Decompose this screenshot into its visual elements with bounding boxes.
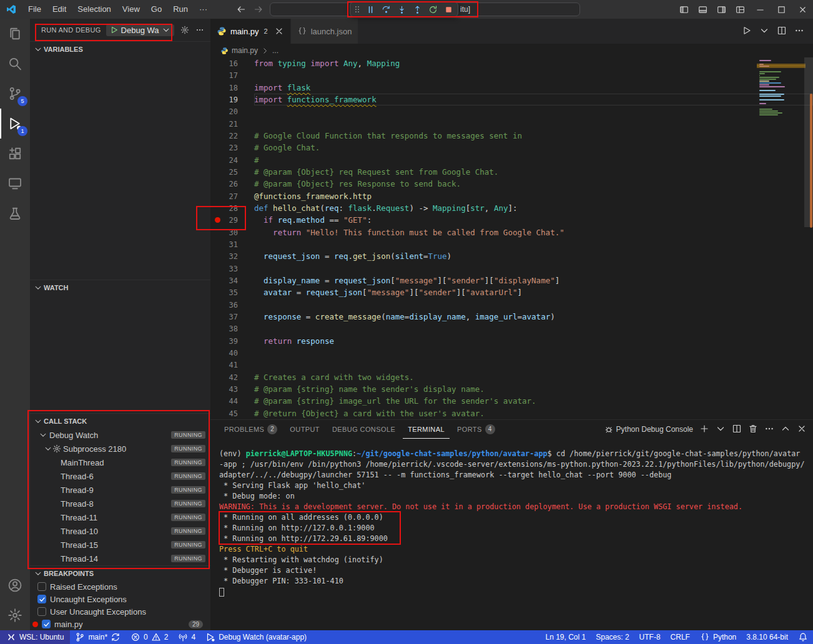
gutter-line[interactable]: 30 bbox=[210, 227, 239, 238]
tab-main.py[interactable]: main.py2 bbox=[210, 19, 291, 44]
panel-tab-debug-console[interactable]: DEBUG CONSOLE bbox=[327, 420, 400, 439]
gutter-line[interactable]: 34 bbox=[210, 275, 239, 286]
activity-explorer[interactable] bbox=[0, 19, 30, 49]
close-window-button[interactable] bbox=[792, 0, 813, 19]
code-line-33[interactable] bbox=[254, 263, 813, 275]
activity-accounts[interactable] bbox=[0, 570, 30, 600]
toggle-primary-sidebar-button[interactable] bbox=[674, 0, 693, 19]
breakpoint-checkbox[interactable] bbox=[37, 595, 46, 603]
status-language[interactable]: Python bbox=[695, 630, 741, 644]
gutter-line[interactable]: 19 bbox=[210, 94, 239, 105]
code-line-18[interactable]: import flask bbox=[254, 82, 813, 94]
split-terminal-button[interactable] bbox=[732, 424, 742, 436]
status-interpreter[interactable]: 3.8.10 64-bit bbox=[741, 630, 793, 644]
code-line-40[interactable] bbox=[254, 347, 813, 359]
status-debug-session[interactable]: Debug Watch (avatar-app) bbox=[200, 630, 312, 644]
code-line-23[interactable]: # Google Chat. bbox=[254, 142, 813, 154]
step-over-button[interactable] bbox=[378, 2, 393, 16]
start-debugging-icon[interactable] bbox=[110, 26, 119, 34]
go-forward-icon[interactable] bbox=[254, 4, 264, 14]
minimap[interactable] bbox=[759, 60, 803, 116]
code-line-25[interactable]: # @param {Object} req Request sent from … bbox=[254, 166, 813, 178]
gutter-line[interactable]: 28 bbox=[210, 202, 239, 214]
call-stack-item[interactable]: Thread-9RUNNING bbox=[30, 483, 210, 497]
breakpoint-item[interactable]: Uncaught Exceptions bbox=[30, 593, 210, 605]
code-line-41[interactable] bbox=[254, 359, 813, 371]
code-line-19[interactable]: import functions_framework bbox=[254, 94, 813, 105]
activity-source-control[interactable]: 5 bbox=[0, 79, 30, 109]
go-back-icon[interactable] bbox=[236, 4, 246, 14]
call-stack-item[interactable]: Thread-10RUNNING bbox=[30, 524, 210, 538]
menu-more[interactable]: ··· bbox=[194, 0, 213, 19]
gutter-line[interactable]: 38 bbox=[210, 323, 239, 334]
code-line-38[interactable] bbox=[254, 323, 813, 334]
panel-more-button[interactable] bbox=[764, 424, 774, 436]
gutter-line[interactable]: 45 bbox=[210, 407, 239, 419]
gutter-line[interactable]: 21 bbox=[210, 118, 239, 130]
gutter-line[interactable]: 39 bbox=[210, 335, 239, 347]
breadcrumb-symbol[interactable]: ... bbox=[272, 46, 278, 55]
code-line-36[interactable] bbox=[254, 299, 813, 311]
code-editor[interactable]: 1617181920212223242526272829303132333435… bbox=[210, 57, 813, 419]
maximize-button[interactable] bbox=[771, 0, 792, 19]
editor-scrollbar[interactable] bbox=[804, 57, 813, 419]
toggle-panel-button[interactable] bbox=[693, 0, 712, 19]
call-stack-item[interactable]: Debug WatchRUNNING bbox=[30, 428, 210, 442]
call-stack-section-header[interactable]: CALL STACK bbox=[30, 413, 210, 428]
code-line-39[interactable]: return response bbox=[254, 335, 813, 347]
activity-extensions[interactable] bbox=[0, 139, 30, 168]
minimize-button[interactable] bbox=[749, 0, 771, 19]
call-stack-item[interactable]: Thread-6RUNNING bbox=[30, 469, 210, 483]
panel-tab-problems[interactable]: PROBLEMS2 bbox=[219, 420, 282, 439]
kill-terminal-button[interactable] bbox=[748, 424, 758, 436]
split-editor-button[interactable] bbox=[777, 26, 787, 37]
terminal-select[interactable]: Python Debug Console bbox=[604, 425, 693, 434]
activity-remote-explorer[interactable] bbox=[0, 168, 30, 198]
activity-testing[interactable] bbox=[0, 198, 30, 228]
call-stack-item[interactable]: Thread-8RUNNING bbox=[30, 497, 210, 510]
close-panel-button[interactable] bbox=[797, 424, 807, 436]
step-into-button[interactable] bbox=[394, 2, 409, 16]
code-line-21[interactable] bbox=[254, 118, 813, 130]
status-branch[interactable]: main* bbox=[70, 630, 126, 644]
gutter-line[interactable]: 29 bbox=[210, 214, 239, 226]
gutter-line[interactable]: 43 bbox=[210, 383, 239, 395]
gutter-line[interactable]: 44 bbox=[210, 395, 239, 407]
maximize-panel-button[interactable] bbox=[781, 424, 791, 436]
gutter-line[interactable]: 24 bbox=[210, 154, 239, 166]
panel-tab-output[interactable]: OUTPUT bbox=[285, 420, 325, 439]
panel-tab-ports[interactable]: PORTS4 bbox=[452, 420, 500, 439]
gutter-line[interactable]: 32 bbox=[210, 250, 239, 262]
menu-file[interactable]: File bbox=[22, 0, 47, 19]
gutter-line[interactable]: 36 bbox=[210, 299, 239, 311]
run-python-file-button[interactable] bbox=[742, 26, 752, 37]
variables-body[interactable] bbox=[30, 56, 210, 280]
launch-profile-button[interactable] bbox=[716, 424, 726, 436]
code-line-45[interactable]: # @return {Object} a card with the user'… bbox=[254, 407, 813, 419]
menu-selection[interactable]: Selection bbox=[72, 0, 116, 19]
activity-settings[interactable] bbox=[0, 600, 30, 630]
panel-tab-terminal[interactable]: TERMINAL bbox=[403, 420, 450, 439]
code-line-28[interactable]: def hello_chat(req: flask.Request) -> Ma… bbox=[254, 202, 813, 214]
close-icon[interactable] bbox=[274, 26, 284, 36]
status-ports[interactable]: 4 bbox=[173, 630, 200, 644]
gutter-line[interactable]: 40 bbox=[210, 347, 239, 359]
status-cursor-position[interactable]: Ln 19, Col 1 bbox=[540, 630, 591, 644]
gutter-line[interactable]: 42 bbox=[210, 371, 239, 383]
code-line-43[interactable]: # @param {string} name the sender's disp… bbox=[254, 383, 813, 395]
new-terminal-button[interactable] bbox=[699, 424, 709, 436]
gutter-line[interactable]: 18 bbox=[210, 82, 239, 94]
editor-more-button[interactable] bbox=[794, 26, 804, 37]
breakpoint-item[interactable]: Raised Exceptions bbox=[30, 580, 210, 593]
activity-search[interactable] bbox=[0, 49, 30, 79]
menu-go[interactable]: Go bbox=[145, 0, 167, 19]
menu-edit[interactable]: Edit bbox=[47, 0, 72, 19]
breakpoint-checkbox[interactable] bbox=[37, 607, 46, 616]
gutter-line[interactable]: 20 bbox=[210, 105, 239, 117]
status-notifications[interactable] bbox=[793, 630, 813, 644]
call-stack-item[interactable]: Thread-15RUNNING bbox=[30, 538, 210, 552]
code-line-37[interactable]: response = create_message(name=display_n… bbox=[254, 311, 813, 323]
gutter-line[interactable]: 17 bbox=[210, 69, 239, 81]
tab-launch.json[interactable]: launch.json bbox=[291, 19, 359, 44]
code-line-34[interactable]: display_name = request_json["message"]["… bbox=[254, 275, 813, 286]
